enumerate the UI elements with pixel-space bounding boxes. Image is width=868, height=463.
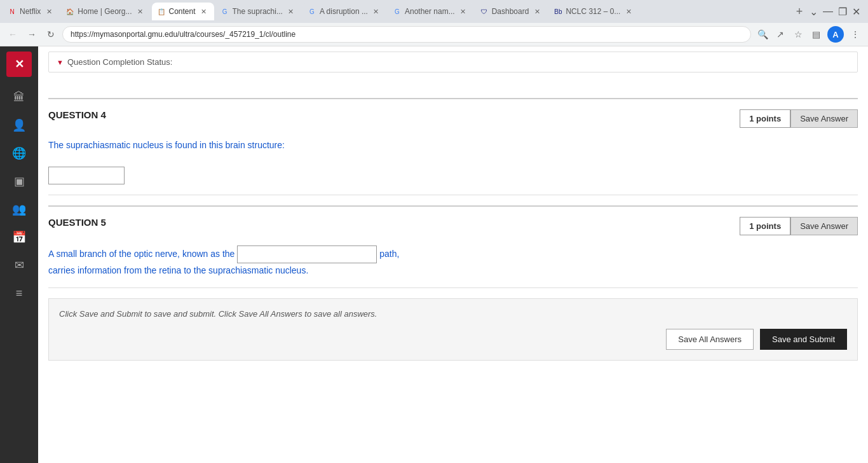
bottom-bar-actions: Save All Answers Save and Submit <box>59 329 847 350</box>
tab-label-tab4: The suprachi... <box>233 7 283 16</box>
tab-close-tab8[interactable]: ✕ <box>623 6 634 17</box>
tab-favicon-tab6: G <box>393 7 402 16</box>
browser-chrome: NNetflix✕🏠Home | Georg...✕📋Content✕GThe … <box>0 0 868 46</box>
sidebar-item-menu[interactable]: ≡ <box>6 280 32 306</box>
question-5-text-before: A small branch of the optic nerve, known… <box>48 248 234 258</box>
completion-status-label: Question Completion Status: <box>67 57 172 67</box>
maximize-button[interactable]: ❐ <box>838 6 847 18</box>
tab-close-tab5[interactable]: ✕ <box>371 6 381 17</box>
url-bar[interactable]: https://mymasonportal.gmu.edu/ultra/cour… <box>62 26 751 43</box>
question-5-header: QUESTION 5 1 points Save Answer <box>48 217 858 235</box>
tab-favicon-tab8: Bb <box>553 7 562 16</box>
back-button[interactable]: ← <box>5 27 20 42</box>
share-icon[interactable]: ↗ <box>773 27 788 42</box>
sidebar-item-messages[interactable]: ✉ <box>6 252 32 278</box>
completion-bar-header: ▼ Question Completion Status: <box>49 52 857 72</box>
tab-close-tab2[interactable]: ✕ <box>135 6 146 17</box>
tab-tab3[interactable]: 📋Content✕ <box>152 3 214 20</box>
menu-icon[interactable]: ⋮ <box>848 27 863 42</box>
question-4-answer-input[interactable] <box>48 167 125 184</box>
question-5-points: 1 points <box>740 217 790 235</box>
save-all-answers-button[interactable]: Save All Answers <box>666 329 754 350</box>
tab-tab2[interactable]: 🏠Home | Georg...✕ <box>60 3 150 20</box>
url-text: https://mymasonportal.gmu.edu/ultra/cour… <box>71 30 743 39</box>
address-actions: 🔍 ↗ ☆ ▤ <box>755 27 824 42</box>
window-controls: ⌄ — ❐ ✕ <box>810 6 865 18</box>
tab-list-icon[interactable]: ⌄ <box>810 6 818 18</box>
search-icon[interactable]: 🔍 <box>755 27 770 42</box>
save-and-submit-button[interactable]: Save and Submit <box>760 329 847 350</box>
profile-button[interactable]: A <box>827 26 844 43</box>
question-5-text: A small branch of the optic nerve, known… <box>48 245 858 277</box>
question-4-meta: 1 points Save Answer <box>740 109 858 128</box>
tab-close-tab3[interactable]: ✕ <box>199 6 209 17</box>
tab-label-tab2: Home | Georg... <box>78 7 132 16</box>
tab-favicon-tab2: 🏠 <box>65 7 74 16</box>
question-4-header: QUESTION 4 1 points Save Answer <box>48 109 858 128</box>
question-4-title: QUESTION 4 <box>48 109 106 120</box>
question-4-text-before: The suprachiasmatic nucleus is found in … <box>48 140 285 150</box>
minimize-button[interactable]: — <box>823 6 833 18</box>
tab-favicon-tab1: N <box>8 7 17 16</box>
tab-tab1[interactable]: NNetflix✕ <box>3 3 59 20</box>
completion-arrow-icon: ▼ <box>57 59 64 66</box>
close-window-button[interactable]: ✕ <box>852 6 860 18</box>
close-icon: ✕ <box>15 57 24 71</box>
sidebar: ✕ 🏛 👤 🌐 ▣ 👥 📅 ✉ ≡ <box>0 46 38 463</box>
question-4-save-button[interactable]: Save Answer <box>790 109 858 128</box>
tab-tab8[interactable]: BbNCLC 312 – 0...✕ <box>548 3 639 20</box>
address-bar: ← → ↻ https://mymasonportal.gmu.edu/ultr… <box>0 23 868 46</box>
bookmark-icon[interactable]: ☆ <box>790 27 806 42</box>
divider-1 <box>48 195 858 195</box>
tab-close-tab4[interactable]: ✕ <box>286 6 296 17</box>
tab-label-tab3: Content <box>169 7 196 16</box>
tab-favicon-tab5: G <box>308 7 316 16</box>
tab-label-tab8: NCLC 312 – 0... <box>566 7 620 16</box>
tab-favicon-tab7: 🛡 <box>480 7 489 16</box>
tab-close-tab1[interactable]: ✕ <box>44 6 54 17</box>
question-5-meta: 1 points Save Answer <box>740 217 858 235</box>
question-5-save-button[interactable]: Save Answer <box>790 217 858 235</box>
question-5-block: QUESTION 5 1 points Save Answer A small … <box>48 205 858 277</box>
reload-button[interactable]: ↻ <box>43 27 58 42</box>
tab-tab7[interactable]: 🛡Dashboard✕ <box>475 3 548 20</box>
tab-label-tab5: A disruption ... <box>320 7 368 16</box>
sidebar-item-calendar[interactable]: 📅 <box>6 225 32 250</box>
completion-status-bar: ▼ Question Completion Status: <box>48 52 858 73</box>
sidebar-item-global[interactable]: 🌐 <box>6 141 32 166</box>
tab-close-tab6[interactable]: ✕ <box>458 6 468 17</box>
sidebar-item-groups[interactable]: 👥 <box>6 197 32 222</box>
tab-close-tab7[interactable]: ✕ <box>532 6 542 17</box>
tab-tab6[interactable]: GAnother nam...✕ <box>388 3 473 20</box>
sidebar-item-content[interactable]: ▣ <box>6 169 32 194</box>
bottom-bar-instruction: Click Save and Submit to save and submit… <box>59 309 847 319</box>
tab-tab5[interactable]: GA disruption ...✕ <box>302 3 386 20</box>
tab-label-tab6: Another nam... <box>405 7 455 16</box>
question-4-points: 1 points <box>740 109 790 128</box>
question-5-text-middle: path, <box>379 248 399 258</box>
tab-label-tab1: Netflix <box>20 7 41 16</box>
sidebar-item-profile[interactable]: 👤 <box>6 113 32 138</box>
tab-label-tab7: Dashboard <box>492 7 529 16</box>
tab-bar: NNetflix✕🏠Home | Georg...✕📋Content✕GThe … <box>0 0 868 23</box>
sidebar-close-button[interactable]: ✕ <box>6 52 32 77</box>
sidebar-toggle-icon[interactable]: ▤ <box>808 27 824 42</box>
question-4-text: The suprachiasmatic nucleus is found in … <box>48 138 858 184</box>
tab-favicon-tab3: 📋 <box>157 7 166 16</box>
divider-2 <box>48 287 858 288</box>
new-tab-button[interactable]: + <box>790 3 808 20</box>
question-5-answer-input[interactable] <box>237 245 377 263</box>
question-5-text-after: carries information from the retina to t… <box>48 265 308 275</box>
sidebar-item-institution[interactable]: 🏛 <box>6 85 32 110</box>
tab-tab4[interactable]: GThe suprachi...✕ <box>215 3 301 20</box>
content-area[interactable]: ▼ Question Completion Status: QUESTION 4… <box>38 46 868 463</box>
bottom-bar: Click Save and Submit to save and submit… <box>48 298 858 361</box>
question-5-title: QUESTION 5 <box>48 217 106 228</box>
tab-favicon-tab4: G <box>220 7 229 16</box>
question-4-block: QUESTION 4 1 points Save Answer The supr… <box>48 98 858 184</box>
main-layout: ✕ 🏛 👤 🌐 ▣ 👥 📅 ✉ ≡ ▼ Question Completion … <box>0 46 868 463</box>
forward-button[interactable]: → <box>24 27 39 42</box>
